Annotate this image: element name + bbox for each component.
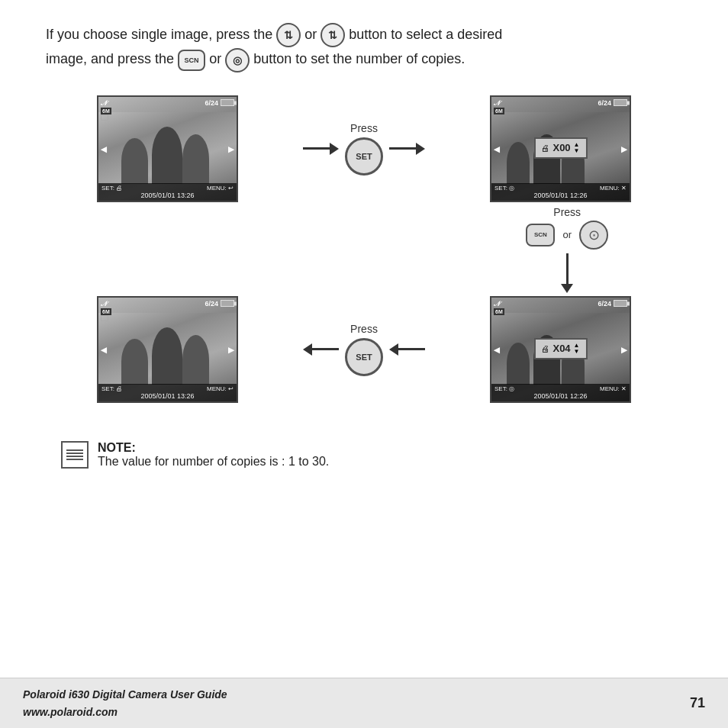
footer-website: www.polaroid.com (23, 704, 227, 720)
counter-tr: 6/24 (598, 99, 611, 107)
cam-bottom-tr: SET: ◎ MENU: ✕ 2005/01/01 12:26 (491, 183, 630, 201)
arrow-head-2b (389, 343, 398, 356)
press-label-1: Press (350, 122, 378, 134)
cam-bottom-bar-bl: SET: 🖨 MENU: ↩ (101, 385, 234, 392)
arrow-head-1 (330, 143, 339, 155)
arrow-right-tr: ▶ (621, 144, 627, 153)
menu-label-tl: MENU: ↩ (207, 185, 234, 192)
arrow-left-bl: ◀ (101, 345, 107, 353)
set-label-bl: SET: 🖨 (101, 385, 122, 392)
arrow-step1 (303, 143, 339, 155)
note-section: NOTE: The value for number of copies is … (46, 441, 682, 469)
down-press-group: Press SCN or ⊙ (526, 206, 608, 293)
cam-bottom-tl: SET: 🖨 MENU: ↩ 2005/01/01 13:26 (98, 183, 237, 201)
arrow-head-1b (416, 143, 425, 155)
intro-text-4: button to set the number of copies. (253, 51, 465, 66)
or-label: or (562, 229, 572, 240)
set-label-tl: SET: 🖨 (101, 185, 122, 192)
arrow-right-tl: ▶ (228, 144, 234, 153)
counter-bl: 6/24 (205, 300, 218, 308)
nav-arrows-tr: ◀ ▶ (491, 144, 630, 153)
cam-6m-icon-tl: 6M (101, 108, 111, 114)
cam-n-icon-tr: 𝒩 (494, 99, 499, 108)
screen-bottom-right: 𝒩 6M 6/24 🖨 X04 ▲ (490, 296, 631, 403)
step1-connector: Press SET (297, 122, 431, 176)
cam-n-icon-tl: 𝒩 (101, 99, 106, 108)
note-line-3 (66, 456, 83, 457)
counter-tl: 6/24 (205, 99, 218, 107)
cam-bottom-bar-tr: SET: ◎ MENU: ✕ (494, 185, 627, 192)
nav-arrows-tl: ◀ ▶ (98, 144, 237, 153)
note-title: NOTE: (98, 441, 329, 455)
intro-paragraph: If you choose single image, press the ⇅ … (46, 23, 682, 72)
intro-text-1: If you choose single image, press the (46, 27, 272, 42)
menu-label-br: MENU: ✕ (600, 385, 627, 392)
person2-bl (152, 327, 182, 385)
person3-bl (182, 335, 209, 385)
note-line-1 (66, 449, 83, 451)
up-down-btn-1: ⇅ (276, 23, 301, 47)
person3-tl (182, 134, 209, 184)
cam-6m-icon-bl: 6M (101, 308, 111, 315)
nav-arrows-br: ◀ ▶ (491, 345, 630, 353)
or-buttons: SCN or ⊙ (526, 221, 608, 250)
arrow-shaft-2 (312, 348, 339, 350)
press-label-2: Press (350, 323, 378, 335)
scn-button: SCN (526, 224, 555, 246)
battery-br (614, 300, 627, 307)
cam-6m-icon-tr: 6M (494, 108, 504, 114)
arrow-left-br: ◀ (494, 345, 500, 353)
arrow-shaft-2b (398, 348, 425, 350)
arrow-right-br: ▶ (621, 345, 627, 353)
battery-bl (221, 300, 234, 307)
person2-tl (152, 127, 182, 184)
arrow-right-bl: ▶ (228, 345, 234, 353)
page-footer: Polaroid i630 Digital Camera User Guide … (0, 678, 728, 728)
cam-n-icon-bl: 𝒩 (101, 300, 106, 308)
arrow-head-2 (303, 343, 312, 356)
cam-bottom-br: SET: ◎ MENU: ✕ 2005/01/01 12:26 (491, 384, 630, 401)
dial-btn-inline: ◎ (225, 48, 250, 72)
intro-text-2: button to select a desired (349, 27, 502, 42)
set-press-group-2: Press SET (339, 323, 389, 376)
menu-label-bl: MENU: ↩ (207, 385, 234, 392)
battery-tr (614, 99, 627, 106)
intro-text-3: image, and press the (46, 51, 174, 66)
arrow-shaft-1b (389, 147, 416, 150)
footer-text-block: Polaroid i630 Digital Camera User Guide … (23, 686, 227, 720)
date-tl: 2005/01/01 13:26 (101, 192, 234, 199)
diagram-row-1: 𝒩 6M 6/24 ◀ ▶ (97, 95, 631, 202)
cam-frame-bl (101, 315, 108, 321)
set-label-br: SET: ◎ (494, 385, 514, 392)
counter-br: 6/24 (598, 300, 611, 308)
screen-top-left: 𝒩 6M 6/24 ◀ ▶ (97, 95, 238, 202)
date-bl: 2005/01/01 13:26 (101, 392, 234, 400)
note-text: NOTE: The value for number of copies is … (98, 441, 329, 469)
note-icon (61, 441, 89, 469)
menu-label-tr: MENU: ✕ (600, 185, 627, 192)
set-press-group-1: Press SET (339, 122, 389, 176)
down-arrow-section: Press SCN or ⊙ (97, 206, 631, 293)
cam-bottom-bar-tl: SET: 🖨 MENU: ↩ (101, 185, 234, 192)
cam-bottom-bar-br: SET: ◎ MENU: ✕ (494, 385, 627, 392)
cam-6m-icon-br: 6M (494, 308, 504, 315)
cam-frame-tl (101, 114, 108, 121)
battery-tl (221, 99, 234, 106)
note-line-4 (66, 459, 83, 460)
set-label-tr: SET: ◎ (494, 185, 514, 192)
cam-n-icon-br: 𝒩 (494, 300, 499, 308)
page-content: If you choose single image, press the ⇅ … (0, 0, 728, 469)
arrow-shaft-1 (303, 147, 330, 150)
or-text-1: or (304, 27, 321, 42)
arrow-step1b (389, 143, 425, 155)
up-down-btn-2: ⇅ (321, 23, 345, 47)
screen-top-right: 𝒩 6M 6/24 🖨 X00 (490, 95, 631, 202)
diagram: 𝒩 6M 6/24 ◀ ▶ (97, 95, 631, 403)
diagram-row-3: 𝒩 6M 6/24 ◀ ▶ (97, 296, 631, 403)
or-text-2: or (209, 51, 225, 66)
scn-label: SCN (534, 231, 547, 238)
set-button-1: SET (345, 137, 383, 176)
down-head (561, 284, 573, 293)
page-number: 71 (690, 695, 705, 711)
step2-connector: Press SET (297, 323, 431, 376)
